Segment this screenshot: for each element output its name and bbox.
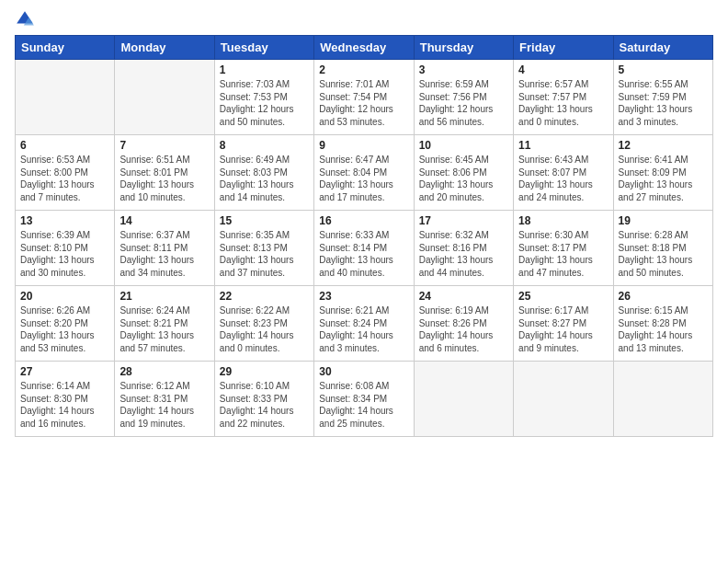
day-number: 20 — [20, 290, 109, 303]
day-number: 7 — [119, 139, 209, 152]
day-info: Sunrise: 6:28 AMSunset: 8:18 PMDaylight:… — [619, 229, 708, 279]
calendar-cell — [16, 60, 115, 135]
calendar-cell: 24Sunrise: 6:19 AMSunset: 8:26 PMDayligh… — [414, 286, 513, 362]
page: SundayMondayTuesdayWednesdayThursdayFrid… — [0, 0, 728, 563]
day-number: 16 — [319, 214, 408, 227]
day-info: Sunrise: 6:43 AMSunset: 8:07 PMDaylight:… — [518, 154, 608, 203]
day-number: 11 — [518, 139, 608, 152]
calendar-cell: 9Sunrise: 6:47 AMSunset: 8:04 PMDaylight… — [314, 135, 414, 211]
calendar-week-2: 6Sunrise: 6:53 AMSunset: 8:00 PMDaylight… — [16, 135, 713, 211]
day-number: 10 — [419, 139, 508, 152]
header — [15, 9, 713, 29]
logo — [15, 9, 39, 29]
weekday-header-monday: Monday — [115, 36, 214, 60]
day-info: Sunrise: 6:57 AMSunset: 7:57 PMDaylight:… — [518, 78, 608, 128]
day-info: Sunrise: 6:39 AMSunset: 8:10 PMDaylight:… — [20, 229, 109, 279]
calendar-cell: 26Sunrise: 6:15 AMSunset: 8:28 PMDayligh… — [613, 286, 712, 362]
calendar-cell — [514, 362, 613, 437]
day-info: Sunrise: 6:30 AMSunset: 8:17 PMDaylight:… — [518, 229, 608, 279]
calendar-cell: 4Sunrise: 6:57 AMSunset: 7:57 PMDaylight… — [514, 60, 613, 135]
day-number: 26 — [619, 290, 708, 303]
day-info: Sunrise: 6:33 AMSunset: 8:14 PMDaylight:… — [319, 229, 408, 279]
calendar-cell: 12Sunrise: 6:41 AMSunset: 8:09 PMDayligh… — [613, 135, 712, 211]
calendar: SundayMondayTuesdayWednesdayThursdayFrid… — [15, 35, 713, 437]
day-info: Sunrise: 6:59 AMSunset: 7:56 PMDaylight:… — [419, 78, 508, 128]
calendar-cell — [115, 60, 214, 135]
weekday-header-tuesday: Tuesday — [214, 36, 313, 60]
calendar-cell: 5Sunrise: 6:55 AMSunset: 7:59 PMDaylight… — [613, 60, 712, 135]
day-info: Sunrise: 6:15 AMSunset: 8:28 PMDaylight:… — [619, 304, 708, 354]
logo-icon — [15, 9, 35, 29]
calendar-cell: 21Sunrise: 6:24 AMSunset: 8:21 PMDayligh… — [115, 286, 214, 362]
weekday-header-saturday: Saturday — [613, 36, 712, 60]
day-number: 24 — [419, 290, 508, 303]
day-info: Sunrise: 6:08 AMSunset: 8:34 PMDaylight:… — [319, 380, 408, 430]
calendar-cell: 11Sunrise: 6:43 AMSunset: 8:07 PMDayligh… — [514, 135, 613, 211]
calendar-cell: 10Sunrise: 6:45 AMSunset: 8:06 PMDayligh… — [414, 135, 513, 211]
day-info: Sunrise: 6:53 AMSunset: 8:00 PMDaylight:… — [20, 154, 109, 203]
weekday-header-friday: Friday — [514, 36, 613, 60]
day-number: 2 — [319, 63, 408, 76]
calendar-cell: 3Sunrise: 6:59 AMSunset: 7:56 PMDaylight… — [414, 60, 513, 135]
calendar-cell: 7Sunrise: 6:51 AMSunset: 8:01 PMDaylight… — [115, 135, 214, 211]
day-info: Sunrise: 6:32 AMSunset: 8:16 PMDaylight:… — [419, 229, 508, 279]
day-info: Sunrise: 6:37 AMSunset: 8:11 PMDaylight:… — [119, 229, 209, 279]
day-info: Sunrise: 6:17 AMSunset: 8:27 PMDaylight:… — [518, 304, 608, 354]
day-number: 12 — [619, 139, 708, 152]
day-number: 21 — [119, 290, 209, 303]
day-info: Sunrise: 6:14 AMSunset: 8:30 PMDaylight:… — [20, 380, 109, 430]
day-info: Sunrise: 6:12 AMSunset: 8:31 PMDaylight:… — [119, 380, 209, 430]
calendar-cell: 28Sunrise: 6:12 AMSunset: 8:31 PMDayligh… — [115, 362, 214, 437]
day-number: 1 — [220, 63, 309, 76]
day-number: 22 — [220, 290, 309, 303]
day-info: Sunrise: 6:55 AMSunset: 7:59 PMDaylight:… — [619, 78, 708, 128]
day-info: Sunrise: 6:19 AMSunset: 8:26 PMDaylight:… — [419, 304, 508, 354]
day-number: 30 — [319, 365, 408, 378]
day-number: 14 — [119, 214, 209, 227]
day-number: 27 — [20, 365, 109, 378]
day-number: 3 — [419, 63, 508, 76]
day-info: Sunrise: 6:47 AMSunset: 8:04 PMDaylight:… — [319, 154, 408, 203]
day-info: Sunrise: 6:22 AMSunset: 8:23 PMDaylight:… — [220, 304, 309, 354]
day-info: Sunrise: 7:01 AMSunset: 7:54 PMDaylight:… — [319, 78, 408, 128]
day-number: 13 — [20, 214, 109, 227]
day-info: Sunrise: 7:03 AMSunset: 7:53 PMDaylight:… — [220, 78, 309, 128]
calendar-week-1: 1Sunrise: 7:03 AMSunset: 7:53 PMDaylight… — [16, 60, 713, 135]
day-number: 4 — [518, 63, 608, 76]
day-info: Sunrise: 6:41 AMSunset: 8:09 PMDaylight:… — [619, 154, 708, 203]
day-number: 8 — [220, 139, 309, 152]
day-number: 9 — [319, 139, 408, 152]
day-number: 18 — [518, 214, 608, 227]
calendar-header-row: SundayMondayTuesdayWednesdayThursdayFrid… — [16, 36, 713, 60]
calendar-cell: 16Sunrise: 6:33 AMSunset: 8:14 PMDayligh… — [314, 211, 414, 286]
day-number: 17 — [419, 214, 508, 227]
calendar-week-4: 20Sunrise: 6:26 AMSunset: 8:20 PMDayligh… — [16, 286, 713, 362]
day-info: Sunrise: 6:49 AMSunset: 8:03 PMDaylight:… — [220, 154, 309, 203]
calendar-cell: 17Sunrise: 6:32 AMSunset: 8:16 PMDayligh… — [414, 211, 513, 286]
day-info: Sunrise: 6:45 AMSunset: 8:06 PMDaylight:… — [419, 154, 508, 203]
day-info: Sunrise: 6:24 AMSunset: 8:21 PMDaylight:… — [119, 304, 209, 354]
day-info: Sunrise: 6:35 AMSunset: 8:13 PMDaylight:… — [220, 229, 309, 279]
calendar-cell: 22Sunrise: 6:22 AMSunset: 8:23 PMDayligh… — [214, 286, 313, 362]
calendar-week-3: 13Sunrise: 6:39 AMSunset: 8:10 PMDayligh… — [16, 211, 713, 286]
calendar-cell: 20Sunrise: 6:26 AMSunset: 8:20 PMDayligh… — [16, 286, 115, 362]
calendar-cell: 8Sunrise: 6:49 AMSunset: 8:03 PMDaylight… — [214, 135, 313, 211]
calendar-cell: 6Sunrise: 6:53 AMSunset: 8:00 PMDaylight… — [16, 135, 115, 211]
calendar-cell: 2Sunrise: 7:01 AMSunset: 7:54 PMDaylight… — [314, 60, 414, 135]
day-number: 25 — [518, 290, 608, 303]
calendar-cell: 25Sunrise: 6:17 AMSunset: 8:27 PMDayligh… — [514, 286, 613, 362]
calendar-cell: 27Sunrise: 6:14 AMSunset: 8:30 PMDayligh… — [16, 362, 115, 437]
day-number: 29 — [220, 365, 309, 378]
calendar-cell — [613, 362, 712, 437]
weekday-header-thursday: Thursday — [414, 36, 513, 60]
day-number: 15 — [220, 214, 309, 227]
day-number: 28 — [119, 365, 209, 378]
calendar-cell: 29Sunrise: 6:10 AMSunset: 8:33 PMDayligh… — [214, 362, 313, 437]
calendar-cell: 14Sunrise: 6:37 AMSunset: 8:11 PMDayligh… — [115, 211, 214, 286]
calendar-cell — [414, 362, 513, 437]
day-info: Sunrise: 6:21 AMSunset: 8:24 PMDaylight:… — [319, 304, 408, 354]
day-info: Sunrise: 6:51 AMSunset: 8:01 PMDaylight:… — [119, 154, 209, 203]
calendar-cell: 18Sunrise: 6:30 AMSunset: 8:17 PMDayligh… — [514, 211, 613, 286]
day-number: 19 — [619, 214, 708, 227]
day-number: 23 — [319, 290, 408, 303]
